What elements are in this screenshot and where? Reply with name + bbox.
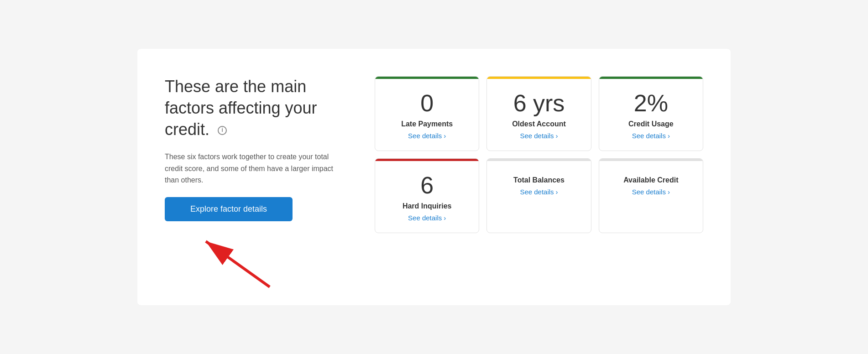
- card-oldest-account: 6 yrs Oldest Account See details ›: [486, 76, 591, 151]
- info-icon[interactable]: i: [218, 126, 227, 135]
- chevron-right-icon-4: ›: [444, 214, 446, 222]
- card-link-total-balances[interactable]: See details ›: [520, 188, 558, 196]
- card-link-available-credit[interactable]: See details ›: [632, 188, 670, 196]
- card-label-hard-inquiries: Hard Inquiries: [403, 202, 452, 210]
- card-value-late-payments: 0: [420, 90, 434, 116]
- cards-grid: 0 Late Payments See details › 6 yrs Olde…: [375, 76, 703, 233]
- main-heading: These are the main factors affecting you…: [165, 76, 338, 140]
- card-label-credit-usage: Credit Usage: [628, 120, 674, 128]
- chevron-right-icon-3: ›: [668, 132, 670, 140]
- card-label-late-payments: Late Payments: [401, 120, 453, 128]
- card-credit-usage: 2% Credit Usage See details ›: [599, 76, 703, 151]
- card-late-payments: 0 Late Payments See details ›: [375, 76, 479, 151]
- chevron-right-icon-6: ›: [668, 188, 670, 196]
- card-value-oldest-account: 6 yrs: [513, 90, 565, 116]
- card-link-late-payments[interactable]: See details ›: [408, 132, 446, 140]
- card-label-available-credit: Available Credit: [623, 176, 678, 184]
- sub-text: These six factors work together to creat…: [165, 151, 338, 186]
- card-link-oldest-account[interactable]: See details ›: [520, 132, 558, 140]
- card-value-credit-usage: 2%: [634, 90, 668, 116]
- card-label-total-balances: Total Balances: [513, 176, 565, 184]
- chevron-right-icon: ›: [444, 132, 446, 140]
- arrow-container: [165, 232, 338, 278]
- svg-line-1: [206, 241, 270, 287]
- chevron-right-icon-2: ›: [556, 132, 558, 140]
- card-label-oldest-account: Oldest Account: [512, 120, 566, 128]
- card-total-balances: Total Balances See details ›: [486, 158, 591, 233]
- left-panel: These are the main factors affecting you…: [165, 76, 338, 278]
- card-available-credit: Available Credit See details ›: [599, 158, 703, 233]
- heading-text: These are the main factors affecting you…: [165, 77, 317, 139]
- explore-factor-details-button[interactable]: Explore factor details: [165, 197, 293, 221]
- main-container: These are the main factors affecting you…: [137, 49, 731, 305]
- card-link-hard-inquiries[interactable]: See details ›: [408, 214, 446, 222]
- card-value-hard-inquiries: 6: [420, 172, 434, 198]
- chevron-right-icon-5: ›: [556, 188, 558, 196]
- card-link-credit-usage[interactable]: See details ›: [632, 132, 670, 140]
- red-arrow-icon: [192, 237, 274, 292]
- card-hard-inquiries: 6 Hard Inquiries See details ›: [375, 158, 479, 233]
